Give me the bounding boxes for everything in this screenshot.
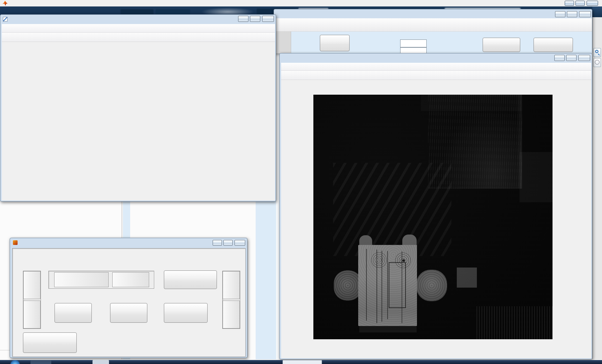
slider-panel (12, 248, 246, 357)
figure2-window (0, 14, 276, 202)
auto-linescan-button[interactable] (23, 332, 77, 353)
scale-button[interactable] (320, 35, 350, 51)
right-sidebar (592, 17, 602, 359)
figure-icon (3, 17, 8, 22)
figure-right-window (279, 53, 592, 359)
taskbar-button[interactable] (30, 360, 51, 364)
dropdown-circle-button[interactable] (593, 58, 601, 67)
figure2-window-controls (238, 16, 274, 22)
matlab-figure-icon (13, 240, 18, 245)
in-y-scrollbar-lower[interactable] (223, 301, 240, 328)
dock-arrow-button[interactable] (592, 6, 602, 17)
control-panel-body (275, 32, 592, 53)
taskbar-button[interactable] (283, 360, 322, 364)
matlab-titlebar (0, 0, 602, 6)
control-panel-window (274, 9, 592, 53)
circle-chevron-icon (595, 60, 599, 65)
minimize-button[interactable] (213, 240, 222, 246)
figure-right-menubar (281, 63, 591, 71)
panel-sliver (276, 53, 279, 359)
control-panel-header-strip (275, 18, 592, 32)
maximize-button[interactable] (575, 1, 585, 6)
in-y-scrollbar[interactable] (222, 271, 240, 329)
close-button[interactable] (234, 240, 245, 246)
ref-shift-input[interactable] (400, 39, 427, 47)
close-button[interactable] (587, 1, 598, 6)
minimize-button[interactable] (238, 16, 248, 22)
y-scrollbar[interactable] (23, 271, 41, 329)
interval-grenze1-button[interactable] (54, 303, 92, 323)
figure-right-canvas (281, 80, 591, 358)
figure-right-window-controls (554, 55, 590, 61)
werte-speichern-button[interactable] (164, 270, 217, 289)
y-scrollbar-lower[interactable] (23, 301, 41, 328)
slider-thumb[interactable] (54, 272, 109, 287)
close-button[interactable] (262, 16, 274, 22)
search-icon (595, 50, 598, 53)
figure2-toolbar (2, 33, 275, 42)
minimize-button[interactable] (554, 55, 565, 61)
in-y-scrollbar-upper[interactable] (223, 271, 240, 299)
figure2-canvas (2, 42, 275, 200)
interval-grenze2-button[interactable] (110, 303, 147, 323)
taskbar-button[interactable] (93, 360, 109, 364)
minimize-button[interactable] (565, 1, 574, 6)
search-button[interactable] (593, 48, 601, 57)
settings-button[interactable] (534, 38, 573, 52)
slider-thumb[interactable] (112, 272, 149, 287)
slider-window (10, 238, 247, 358)
maximize-button[interactable] (223, 240, 233, 246)
slider-window-controls (213, 240, 245, 246)
search-icon-handle (598, 53, 600, 56)
figure-right-toolbar (281, 71, 591, 80)
windows-taskbar[interactable] (0, 360, 602, 364)
unwrap-pike-button[interactable] (483, 38, 520, 52)
y-scrollbar-upper[interactable] (23, 271, 41, 299)
maximize-button[interactable] (567, 11, 577, 17)
maximize-button[interactable] (250, 16, 260, 22)
image-grain (313, 95, 553, 339)
close-button[interactable] (578, 55, 590, 61)
maximize-button[interactable] (566, 55, 577, 61)
hidden-control-fragment (275, 32, 291, 53)
close-button[interactable] (579, 11, 591, 17)
move-line-slider[interactable] (48, 271, 154, 289)
minimize-button[interactable] (555, 11, 565, 17)
control-panel-window-controls (555, 11, 591, 18)
mittelwert-berechnen-button[interactable] (164, 303, 208, 323)
interferogram-image[interactable] (313, 95, 553, 339)
start-orb-icon[interactable] (10, 360, 20, 364)
figure2-plots[interactable] (2, 42, 275, 200)
figure2-menubar (2, 24, 275, 33)
